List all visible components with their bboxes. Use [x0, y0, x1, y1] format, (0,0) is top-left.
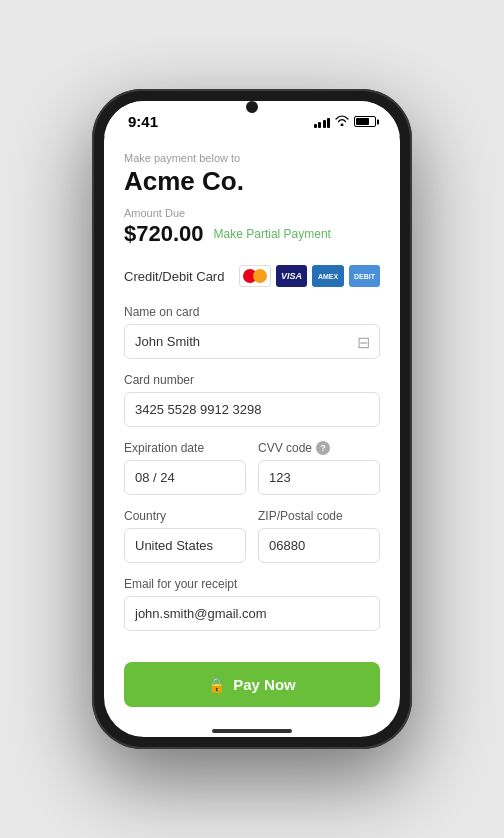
- card-number-input[interactable]: [124, 392, 380, 427]
- merchant-name: Acme Co.: [124, 166, 380, 197]
- home-bar: [212, 729, 292, 733]
- phone-frame: 9:41: [92, 89, 412, 749]
- cvv-label-row: CVV code ?: [258, 441, 380, 455]
- cvv-label: CVV code: [258, 441, 312, 455]
- cvv-group: CVV code ?: [258, 441, 380, 495]
- payment-form-content: Make payment below to Acme Co. Amount Du…: [104, 136, 400, 652]
- name-input[interactable]: [124, 324, 380, 359]
- make-payment-label: Make payment below to: [124, 152, 380, 164]
- name-input-wrapper: ⊟: [124, 324, 380, 359]
- name-on-card-group: Name on card ⊟: [124, 305, 380, 359]
- cvv-input[interactable]: [258, 460, 380, 495]
- pay-button-label: Pay Now: [233, 676, 296, 693]
- amex-logo: AMEX: [312, 265, 344, 287]
- email-group: Email for your receipt: [124, 577, 380, 631]
- amount-value: $720.00: [124, 221, 204, 247]
- zip-label: ZIP/Postal code: [258, 509, 380, 523]
- wifi-icon: [335, 115, 349, 129]
- amount-label: Amount Due: [124, 207, 380, 219]
- zip-group: ZIP/Postal code: [258, 509, 380, 563]
- expiration-label: Expiration date: [124, 441, 246, 455]
- pay-button-container: 🔒 Pay Now: [104, 652, 400, 723]
- pay-now-button[interactable]: 🔒 Pay Now: [124, 662, 380, 707]
- cvv-help-icon[interactable]: ?: [316, 441, 330, 455]
- status-icons: [314, 115, 377, 129]
- expiration-input[interactable]: [124, 460, 246, 495]
- signal-icon: [314, 116, 331, 128]
- card-scan-icon: ⊟: [357, 332, 370, 351]
- email-input[interactable]: [124, 596, 380, 631]
- lock-icon: 🔒: [208, 677, 225, 693]
- battery-icon: [354, 116, 376, 127]
- email-label: Email for your receipt: [124, 577, 380, 591]
- country-input[interactable]: [124, 528, 246, 563]
- visa-logo: VISA: [276, 265, 307, 287]
- debit-logo: DEBIT: [349, 265, 380, 287]
- name-label: Name on card: [124, 305, 380, 319]
- zip-input[interactable]: [258, 528, 380, 563]
- home-indicator: [104, 723, 400, 737]
- expiration-group: Expiration date: [124, 441, 246, 495]
- country-group: Country: [124, 509, 246, 563]
- card-type-label: Credit/Debit Card: [124, 269, 224, 284]
- mastercard-logo: [239, 265, 271, 287]
- card-logos: VISA AMEX DEBIT: [239, 265, 380, 287]
- card-number-label: Card number: [124, 373, 380, 387]
- card-type-row: Credit/Debit Card VISA AMEX DEBIT: [124, 265, 380, 287]
- partial-payment-link[interactable]: Make Partial Payment: [214, 227, 331, 241]
- expiry-cvv-row: Expiration date CVV code ?: [124, 441, 380, 509]
- phone-screen: 9:41: [104, 101, 400, 737]
- camera-notch: [246, 101, 258, 113]
- country-label: Country: [124, 509, 246, 523]
- status-time: 9:41: [128, 113, 158, 130]
- card-number-group: Card number: [124, 373, 380, 427]
- country-zip-row: Country ZIP/Postal code: [124, 509, 380, 577]
- amount-row: $720.00 Make Partial Payment: [124, 221, 380, 247]
